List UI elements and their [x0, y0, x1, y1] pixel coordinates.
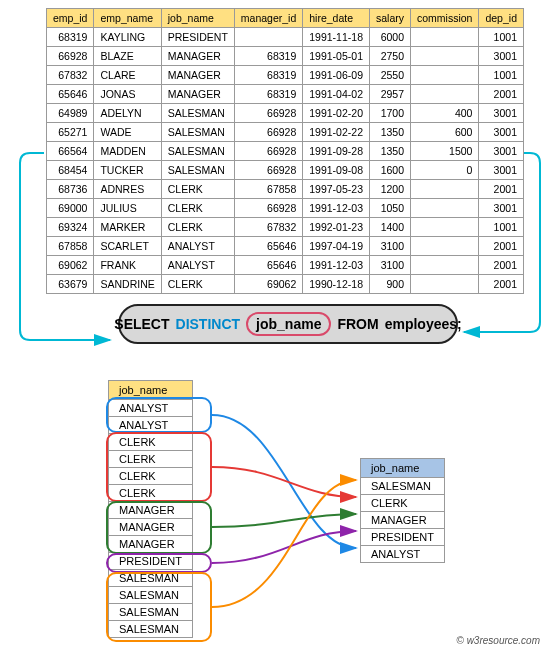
cell-emp_name: JULIUS: [94, 199, 161, 218]
cell-dep_id: 2001: [479, 256, 524, 275]
cell-dep_id: 2001: [479, 85, 524, 104]
list-item: MANAGER: [109, 536, 193, 553]
result-row: CLERK: [361, 495, 445, 512]
cell-emp_id: 69000: [47, 199, 94, 218]
cell-commission: [411, 218, 479, 237]
list-item: MANAGER: [109, 502, 193, 519]
cell-emp_name: KAYLING: [94, 28, 161, 47]
cell-salary: 1350: [369, 142, 410, 161]
list-item: SALESMAN: [109, 621, 193, 638]
list-item: CLERK: [109, 485, 193, 502]
cell-emp_name: WADE: [94, 123, 161, 142]
table-row: 67858SCARLETANALYST656461997-04-19310020…: [47, 237, 524, 256]
cell-hire_date: 1990-12-18: [303, 275, 370, 294]
cell-emp_id: 64989: [47, 104, 94, 123]
cell-hire_date: 1991-09-08: [303, 161, 370, 180]
cell-hire_date: 1991-02-22: [303, 123, 370, 142]
list-item: PRESIDENT: [109, 553, 193, 570]
col-dep_id: dep_id: [479, 9, 524, 28]
cell-emp_id: 68736: [47, 180, 94, 199]
table-row: 69062FRANKANALYST656461991-12-0331002001: [47, 256, 524, 275]
result-row: PRESIDENT: [361, 529, 445, 546]
sorted-jobname-table: job_name ANALYSTANALYSTCLERKCLERKCLERKCL…: [108, 380, 193, 638]
cell-hire_date: 1991-11-18: [303, 28, 370, 47]
cell-commission: 600: [411, 123, 479, 142]
cell-job_name: CLERK: [161, 275, 234, 294]
list-item: ANALYST: [109, 417, 193, 434]
cell-dep_id: 1001: [479, 28, 524, 47]
cell-emp_name: FRANK: [94, 256, 161, 275]
cell-emp_name: ADNRES: [94, 180, 161, 199]
cell-emp_name: ADELYN: [94, 104, 161, 123]
cell-commission: [411, 28, 479, 47]
cell-job_name: SALESMAN: [161, 142, 234, 161]
cell-hire_date: 1991-09-28: [303, 142, 370, 161]
result-table: job_name SALESMANCLERKMANAGERPRESIDENTAN…: [360, 458, 445, 563]
cell-manager_id: [234, 28, 302, 47]
cell-hire_date: 1997-05-23: [303, 180, 370, 199]
jobname-cell: CLERK: [109, 434, 193, 451]
cell-dep_id: 3001: [479, 47, 524, 66]
cell-dep_id: 3001: [479, 104, 524, 123]
cell-emp_id: 68319: [47, 28, 94, 47]
cell-manager_id: 68319: [234, 66, 302, 85]
list-item: CLERK: [109, 468, 193, 485]
jobname-cell: CLERK: [109, 468, 193, 485]
cell-job_name: CLERK: [161, 218, 234, 237]
cell-commission: [411, 256, 479, 275]
cell-salary: 1350: [369, 123, 410, 142]
cell-hire_date: 1991-12-03: [303, 256, 370, 275]
cell-job_name: PRESIDENT: [161, 28, 234, 47]
col-manager_id: manager_id: [234, 9, 302, 28]
cell-manager_id: 68319: [234, 85, 302, 104]
cell-salary: 1200: [369, 180, 410, 199]
cell-hire_date: 1991-12-03: [303, 199, 370, 218]
cell-salary: 2957: [369, 85, 410, 104]
cell-manager_id: 68319: [234, 47, 302, 66]
list-item: SALESMAN: [109, 587, 193, 604]
cell-manager_id: 67832: [234, 218, 302, 237]
cell-emp_name: SANDRINE: [94, 275, 161, 294]
table-row: 68454TUCKERSALESMAN669281991-09-08160003…: [47, 161, 524, 180]
cell-commission: [411, 237, 479, 256]
table-row: 65271WADESALESMAN669281991-02-2213506003…: [47, 123, 524, 142]
kw-job-name: job_name: [256, 316, 321, 332]
table-row: 69000JULIUSCLERK669281991-12-0310503001: [47, 199, 524, 218]
cell-manager_id: 66928: [234, 199, 302, 218]
list-item: SALESMAN: [109, 604, 193, 621]
cell-emp_name: JONAS: [94, 85, 161, 104]
cell-emp_name: BLAZE: [94, 47, 161, 66]
cell-job_name: SALESMAN: [161, 161, 234, 180]
jobname-cell: MANAGER: [109, 502, 193, 519]
cell-job_name: MANAGER: [161, 66, 234, 85]
cell-job_name: MANAGER: [161, 47, 234, 66]
cell-salary: 1700: [369, 104, 410, 123]
cell-commission: [411, 85, 479, 104]
cell-manager_id: 66928: [234, 142, 302, 161]
table-row: 63679SANDRINECLERK690621990-12-189002001: [47, 275, 524, 294]
cell-dep_id: 3001: [479, 199, 524, 218]
cell-salary: 3100: [369, 237, 410, 256]
cell-salary: 1400: [369, 218, 410, 237]
cell-salary: 1050: [369, 199, 410, 218]
jobname-cell: SALESMAN: [109, 621, 193, 638]
jobname-cell: CLERK: [109, 451, 193, 468]
cell-manager_id: 67858: [234, 180, 302, 199]
cell-commission: [411, 275, 479, 294]
cell-emp_id: 66928: [47, 47, 94, 66]
col-emp_name: emp_name: [94, 9, 161, 28]
cell-commission: [411, 66, 479, 85]
cell-dep_id: 2001: [479, 237, 524, 256]
footer-site: w3resource.com: [467, 635, 540, 646]
cell-emp_id: 66564: [47, 142, 94, 161]
cell-commission: 0: [411, 161, 479, 180]
cell-commission: [411, 47, 479, 66]
cell-job_name: SALESMAN: [161, 104, 234, 123]
list-item: CLERK: [109, 434, 193, 451]
employees-table: emp_id emp_name job_name manager_id hire…: [46, 8, 524, 294]
result-row: ANALYST: [361, 546, 445, 563]
result-cell: CLERK: [361, 495, 445, 512]
cell-commission: [411, 199, 479, 218]
cell-manager_id: 65646: [234, 256, 302, 275]
cell-dep_id: 2001: [479, 275, 524, 294]
